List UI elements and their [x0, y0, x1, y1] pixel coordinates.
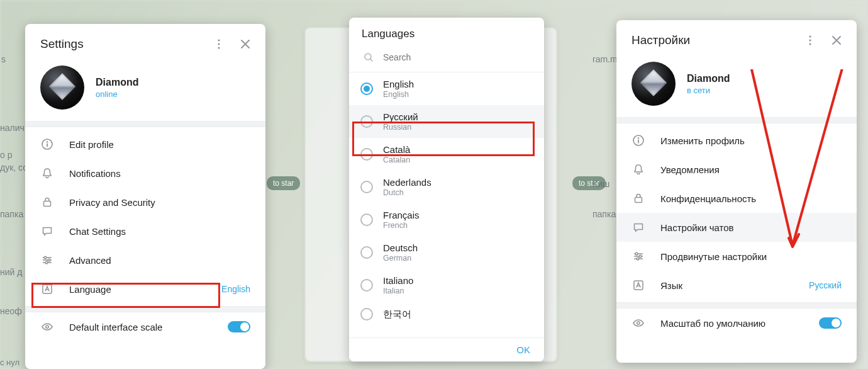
panel-header: Languages: [349, 18, 544, 44]
more-icon[interactable]: [801, 31, 819, 49]
lock-icon: [632, 191, 645, 205]
svg-point-9: [45, 261, 48, 264]
lang-native: Italiano: [383, 275, 413, 286]
settings-panel-ru: Настройки Diamond в сети Изменить профил…: [616, 20, 857, 363]
bg-fragment: налич: [0, 123, 25, 133]
section-divider: [25, 121, 265, 127]
menu-chat-settings[interactable]: Chat Settings: [25, 217, 265, 246]
dialog-footer: OK: [349, 338, 544, 361]
bell-icon: [40, 166, 54, 180]
profile-row[interactable]: Diamond в сети: [616, 58, 857, 117]
radio-icon: [360, 115, 373, 128]
menu-label: Privacy and Security: [69, 197, 250, 208]
svg-point-15: [809, 43, 811, 45]
lock-icon: [40, 195, 54, 209]
profile-status: online: [96, 89, 138, 99]
menu-label: Advanced: [69, 255, 250, 266]
menu-edit-profile[interactable]: Изменить профиль: [616, 126, 857, 155]
scale-toggle[interactable]: [228, 321, 250, 332]
bg-badge: to star: [267, 176, 300, 190]
lang-russian[interactable]: Русский Russian: [349, 105, 544, 138]
bg-fragment: о р: [0, 150, 12, 160]
close-icon[interactable]: [236, 35, 254, 53]
lang-korean[interactable]: 한국어: [349, 302, 544, 327]
svg-point-22: [637, 258, 639, 260]
radio-icon: [360, 148, 373, 161]
lang-english-name: Catalan: [383, 156, 410, 164]
panel-title: Languages: [362, 28, 415, 40]
menu-label: Продвинутые настройки: [660, 251, 842, 262]
bg-fragment: неоф: [0, 306, 22, 316]
menu-label: Notifications: [69, 168, 250, 179]
lang-native: Русский: [383, 111, 418, 122]
menu-advanced[interactable]: Advanced: [25, 246, 265, 275]
lang-english-name: Dutch: [383, 188, 431, 197]
menu-label: Default interface scale: [69, 322, 213, 332]
menu-language[interactable]: Язык Русский: [616, 271, 857, 300]
panel-title: Settings: [40, 37, 84, 51]
language-icon: [632, 278, 645, 292]
lang-native: 한국어: [383, 309, 411, 321]
menu-privacy[interactable]: Конфиденциальность: [616, 184, 857, 213]
bg-fragment: Киш: [593, 179, 609, 189]
lang-dutch[interactable]: Nederlands Dutch: [349, 171, 544, 203]
lang-german[interactable]: Deutsch German: [349, 236, 544, 269]
svg-rect-19: [635, 198, 642, 203]
svg-point-2: [218, 47, 220, 48]
close-icon[interactable]: [828, 31, 845, 49]
sliders-icon: [632, 249, 645, 263]
avatar: [40, 65, 84, 110]
bg-fragment: s: [1, 54, 6, 64]
menu-label: Language: [69, 284, 206, 295]
lang-english[interactable]: English English: [349, 72, 544, 105]
profile-name: Diamond: [96, 77, 138, 88]
lang-italian[interactable]: Italiano Italian: [349, 269, 544, 302]
bell-icon: [632, 162, 645, 176]
scale-toggle[interactable]: [819, 317, 842, 329]
menu-default-scale[interactable]: Default interface scale: [25, 312, 265, 341]
panel-title: Настройки: [632, 33, 690, 47]
menu-edit-profile[interactable]: Edit profile: [25, 130, 265, 159]
bg-fragment: папка: [0, 209, 23, 219]
menu-advanced[interactable]: Продвинутые настройки: [616, 242, 857, 271]
lang-native: English: [383, 79, 414, 89]
search-row: [349, 44, 544, 72]
svg-point-4: [47, 141, 48, 142]
lang-english-name: Italian: [383, 287, 413, 295]
ok-button[interactable]: OK: [516, 344, 530, 355]
lang-catalan[interactable]: Català Catalan: [349, 138, 544, 171]
radio-icon: [360, 279, 373, 292]
chat-icon: [632, 220, 645, 234]
panel-header: Настройки: [616, 20, 857, 58]
svg-point-7: [44, 256, 47, 259]
search-input[interactable]: [383, 52, 531, 62]
lang-native: Français: [383, 210, 420, 220]
bg-fragment: ram.m: [593, 54, 618, 64]
menu-default-scale[interactable]: Масштаб по умолчанию: [616, 309, 857, 338]
info-icon: [40, 137, 54, 151]
more-icon[interactable]: [210, 35, 228, 53]
menu-label: Конфиденциальность: [660, 193, 842, 204]
search-icon: [362, 50, 376, 64]
settings-menu: Edit profile Notifications Privacy and S…: [25, 127, 265, 306]
profile-status: в сети: [687, 86, 730, 95]
language-list[interactable]: English English Русский Russian Català C…: [349, 72, 544, 327]
lang-french[interactable]: Français French: [349, 203, 544, 236]
svg-point-24: [637, 322, 640, 324]
menu-chat-settings[interactable]: Настройки чатов: [616, 213, 857, 242]
lang-native: Nederlands: [383, 177, 431, 188]
menu-value: English: [221, 284, 250, 294]
menu-label: Chat Settings: [69, 226, 250, 237]
menu-label: Язык: [660, 280, 794, 291]
svg-point-21: [639, 255, 642, 258]
section-divider: [25, 306, 265, 312]
svg-point-13: [809, 35, 811, 37]
menu-language[interactable]: Language English: [25, 275, 265, 304]
profile-row[interactable]: Diamond online: [25, 62, 265, 121]
menu-notifications[interactable]: Уведомления: [616, 155, 857, 184]
svg-point-17: [638, 137, 639, 139]
section-divider: [616, 117, 857, 123]
menu-notifications[interactable]: Notifications: [25, 159, 265, 188]
menu-privacy[interactable]: Privacy and Security: [25, 188, 265, 217]
lang-english-name: Russian: [383, 123, 418, 132]
